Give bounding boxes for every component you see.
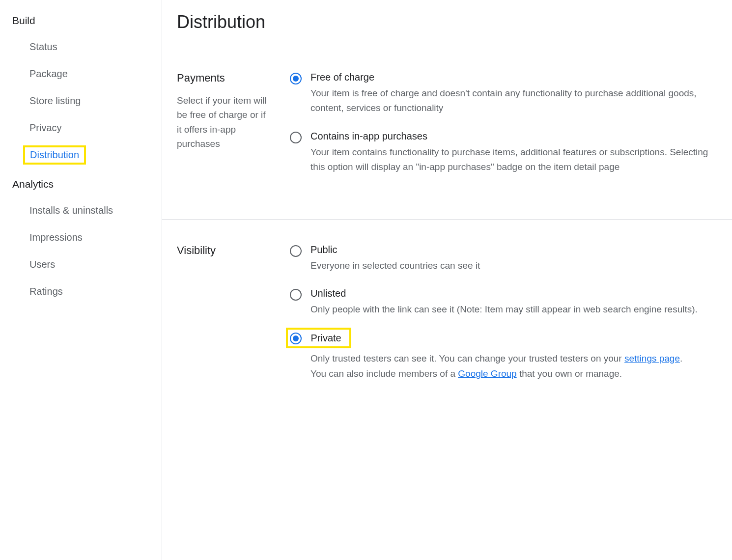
sidebar-item-installs[interactable]: Installs & uninstalls: [12, 197, 113, 224]
page-title: Distribution: [177, 12, 717, 32]
sidebar-item-distribution[interactable]: Distribution: [30, 149, 79, 161]
radio-desc-free: Your item is free of charge and doesn't …: [310, 86, 717, 116]
sidebar-item-impressions[interactable]: Impressions: [12, 224, 83, 251]
radio-label-public: Public: [310, 244, 717, 255]
sidebar-item-package[interactable]: Package: [12, 60, 68, 87]
highlight-distribution: Distribution: [23, 145, 86, 165]
section-payments: Payments Select if your item will be fre…: [177, 72, 717, 219]
radio-label-free: Free of charge: [310, 72, 717, 83]
radio-public[interactable]: [290, 245, 302, 257]
radio-unlisted[interactable]: [290, 289, 302, 301]
highlight-private: Private: [286, 328, 351, 348]
section-visibility: Visibility Public Everyone in selected c…: [177, 244, 717, 426]
payments-options: Free of charge Your item is free of char…: [290, 72, 717, 190]
radio-option-public: Public Everyone in selected countries ca…: [290, 244, 717, 273]
sidebar-section-analytics: Analytics Installs & uninstalls Impressi…: [12, 173, 162, 305]
radio-desc-private: Only trusted testers can see it. You can…: [310, 351, 717, 381]
sidebar-section-build: Build Status Package Store listing Priva…: [12, 10, 162, 168]
radio-desc-unlisted: Only people with the link can see it (No…: [310, 302, 717, 317]
section-visibility-header: Visibility: [177, 244, 270, 396]
radio-inapp[interactable]: [290, 132, 302, 143]
sidebar-item-status[interactable]: Status: [12, 33, 57, 60]
sidebar-item-privacy[interactable]: Privacy: [12, 114, 62, 141]
radio-private[interactable]: [290, 333, 302, 344]
radio-label-private: Private: [310, 333, 341, 343]
section-subtitle-payments: Select if your item will be free of char…: [177, 93, 270, 151]
section-title-visibility: Visibility: [177, 244, 270, 257]
sidebar-section-title-build: Build: [12, 10, 162, 33]
sidebar: Build Status Package Store listing Priva…: [0, 0, 162, 560]
sidebar-section-title-analytics: Analytics: [12, 173, 162, 197]
radio-free[interactable]: [290, 73, 302, 84]
section-title-payments: Payments: [177, 72, 270, 84]
sidebar-item-ratings[interactable]: Ratings: [12, 278, 63, 305]
main-content: Distribution Payments Select if your ite…: [162, 0, 732, 560]
section-payments-header: Payments Select if your item will be fre…: [177, 72, 270, 190]
radio-desc-public: Everyone in selected countries can see i…: [310, 258, 717, 273]
link-settings-page[interactable]: settings page: [624, 353, 680, 364]
radio-label-inapp: Contains in-app purchases: [310, 131, 717, 142]
radio-option-unlisted: Unlisted Only people with the link can s…: [290, 288, 717, 317]
radio-desc-inapp: Your item contains functionality to purc…: [310, 145, 717, 175]
visibility-options: Public Everyone in selected countries ca…: [290, 244, 717, 396]
radio-option-inapp: Contains in-app purchases Your item cont…: [290, 131, 717, 175]
sidebar-item-users[interactable]: Users: [12, 251, 55, 278]
divider: [162, 219, 732, 220]
radio-option-private: Private Only trusted testers can see it.…: [290, 332, 717, 381]
sidebar-item-store-listing[interactable]: Store listing: [12, 87, 81, 114]
radio-option-free: Free of charge Your item is free of char…: [290, 72, 717, 116]
radio-label-unlisted: Unlisted: [310, 288, 717, 299]
link-google-group[interactable]: Google Group: [458, 368, 516, 379]
